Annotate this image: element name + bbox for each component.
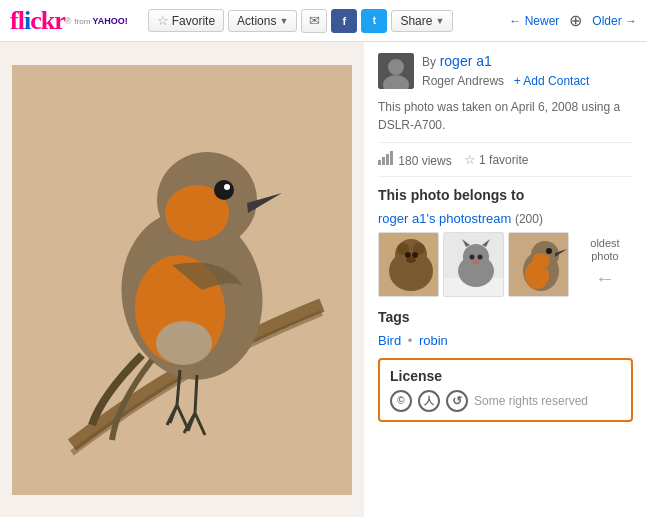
twitter-button[interactable]: t xyxy=(361,9,387,33)
header: flickr ® from YAHOO! ☆ Favorite Actions … xyxy=(0,0,647,42)
svg-point-5 xyxy=(214,180,234,200)
favorite-label: Favorite xyxy=(172,14,215,28)
svg-point-30 xyxy=(532,253,550,269)
svg-point-18 xyxy=(406,257,416,263)
bar-icon xyxy=(378,151,393,165)
tags-row: Bird • robin xyxy=(378,333,633,348)
zoom-icon[interactable]: ⊕ xyxy=(565,11,586,30)
photostream-link[interactable]: roger a1's photostream (200) xyxy=(378,211,633,226)
photo-image[interactable] xyxy=(12,65,352,495)
svg-point-17 xyxy=(412,252,418,258)
belongs-to-title: This photo belongs to xyxy=(378,187,633,203)
by-icon: 人 xyxy=(418,390,440,412)
email-button[interactable]: ✉ xyxy=(301,9,327,33)
share-button[interactable]: Share ▼ xyxy=(391,10,453,32)
share-label: Share xyxy=(400,14,432,28)
license-title: License xyxy=(390,368,621,384)
main-content: By roger a1 Roger Andrews + Add Contact … xyxy=(0,42,647,517)
tag-robin[interactable]: robin xyxy=(419,333,448,348)
license-text: Some rights reserved xyxy=(474,394,588,408)
reg-symbol: ® xyxy=(65,16,72,26)
navigation-controls: ← Newer ⊕ Older → xyxy=(509,11,637,30)
views-count: 180 views xyxy=(398,154,451,168)
svg-point-7 xyxy=(156,321,212,365)
actions-button[interactable]: Actions ▼ xyxy=(228,10,297,32)
svg-point-9 xyxy=(388,59,404,75)
tag-bird[interactable]: Bird xyxy=(378,333,401,348)
oldest-label: oldest photo xyxy=(577,237,633,263)
oldest-arrow-icon: ← xyxy=(595,265,615,291)
tag-separator: • xyxy=(408,333,413,348)
logo-area: flickr ® from YAHOO! xyxy=(10,6,128,36)
older-link[interactable]: Older → xyxy=(592,14,637,28)
tags-title: Tags xyxy=(378,309,633,325)
favorite-button[interactable]: ☆ Favorite xyxy=(148,9,224,32)
newer-link[interactable]: ← Newer xyxy=(509,14,559,28)
svg-point-25 xyxy=(472,259,480,264)
by-line: By roger a1 xyxy=(422,52,589,72)
license-icons-row: © 人 ↺ Some rights reserved xyxy=(390,390,621,412)
svg-point-23 xyxy=(469,254,474,259)
views-stat: 180 views xyxy=(378,151,452,168)
info-panel: By roger a1 Roger Andrews + Add Contact … xyxy=(363,42,647,517)
cc-icon: © xyxy=(390,390,412,412)
nav-bar: ☆ Favorite Actions ▼ ✉ f t Share ▼ ← New… xyxy=(148,9,637,33)
avatar xyxy=(378,53,414,89)
favorites-count: 1 favorite xyxy=(479,153,528,167)
svg-point-22 xyxy=(463,244,489,270)
stream-count: (200) xyxy=(515,212,543,226)
author-name-link[interactable]: roger a1 xyxy=(440,53,492,69)
author-info: By roger a1 Roger Andrews + Add Contact xyxy=(422,52,589,90)
photo-description: This photo was taken on April 6, 2008 us… xyxy=(378,98,633,143)
flickr-logo[interactable]: flickr xyxy=(10,6,65,36)
actions-label: Actions xyxy=(237,14,276,28)
belongs-to-section: This photo belongs to roger a1's photost… xyxy=(378,187,633,297)
author-details: Roger Andrews + Add Contact xyxy=(422,72,589,90)
favorites-stat: ☆ 1 favorite xyxy=(464,152,529,167)
svg-point-31 xyxy=(546,248,552,254)
add-contact-link[interactable]: + Add Contact xyxy=(514,74,590,88)
thumbnail-1[interactable] xyxy=(378,232,439,297)
thumbnails-row: oldest photo ← xyxy=(378,232,633,297)
oldest-photo-label[interactable]: oldest photo ← xyxy=(577,237,633,291)
sa-icon: ↺ xyxy=(446,390,468,412)
license-section: License © 人 ↺ Some rights reserved xyxy=(378,358,633,422)
real-name: Roger Andrews xyxy=(422,74,504,88)
stream-name: roger a1's photostream xyxy=(378,211,511,226)
author-row: By roger a1 Roger Andrews + Add Contact xyxy=(378,52,633,90)
star-icon: ☆ xyxy=(157,13,169,28)
yahoo-label: from YAHOO! xyxy=(74,16,127,26)
thumbnail-3[interactable] xyxy=(508,232,569,297)
svg-point-6 xyxy=(224,184,230,190)
star-fav-icon: ☆ xyxy=(464,152,476,167)
svg-point-24 xyxy=(477,254,482,259)
actions-arrow: ▼ xyxy=(279,16,288,26)
stats-row: 180 views ☆ 1 favorite xyxy=(378,151,633,177)
facebook-button[interactable]: f xyxy=(331,9,357,33)
thumbnail-2[interactable] xyxy=(443,232,504,297)
photo-info-text: This photo was taken on April 6, 2008 us… xyxy=(378,100,620,132)
by-label: By xyxy=(422,55,436,69)
photo-panel xyxy=(0,42,363,517)
share-arrow: ▼ xyxy=(435,16,444,26)
tags-section: Tags Bird • robin xyxy=(378,309,633,348)
